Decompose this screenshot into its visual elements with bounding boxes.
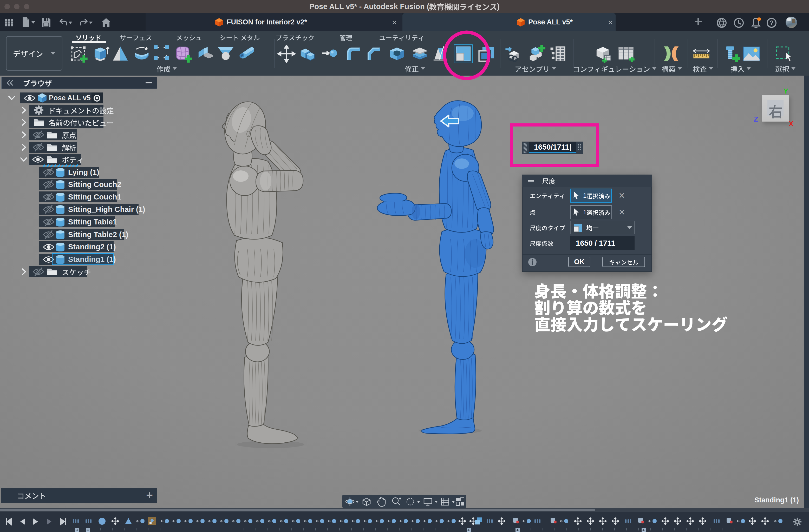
svg-text:?: ? [770,19,774,26]
